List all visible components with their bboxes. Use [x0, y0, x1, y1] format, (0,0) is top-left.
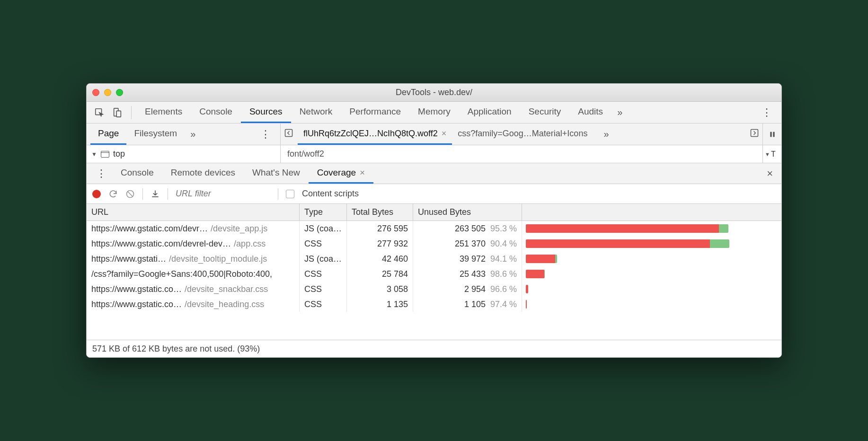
- status-text: 571 KB of 612 KB bytes are not used. (93…: [92, 344, 260, 354]
- header-visualization[interactable]: [522, 204, 781, 220]
- file-tab-label: css?family=Goog…Material+Icons: [458, 129, 587, 139]
- header-url[interactable]: URL: [87, 204, 300, 220]
- tab-audits[interactable]: Audits: [569, 102, 611, 123]
- file-tab[interactable]: flUhRq6tzZclQEJ…NcIhQ8tQ.woff2×: [298, 123, 452, 145]
- row-total-bytes: 277 932: [347, 236, 413, 251]
- row-url-suffix: /devsite_app.js: [211, 224, 267, 234]
- tab-security[interactable]: Security: [520, 102, 570, 123]
- coverage-row[interactable]: https://www.gstatic.co…/devsite_snackbar…: [87, 282, 781, 297]
- coverage-row[interactable]: https://www.gstatic.co…/devsite_heading.…: [87, 297, 781, 312]
- row-url-prefix: https://www.gstati…: [91, 254, 166, 264]
- header-unused[interactable]: Unused Bytes: [413, 204, 522, 220]
- close-tab-icon[interactable]: ×: [442, 129, 447, 139]
- row-usage-bar: [522, 297, 781, 312]
- separator: [278, 188, 278, 200]
- coverage-row[interactable]: https://www.gstatic.com/devrel-dev…/app.…: [87, 236, 781, 251]
- navigator-tab-filesystem[interactable]: Filesystem: [126, 123, 185, 145]
- drawer-tab-remote-devices[interactable]: Remote devices: [162, 163, 244, 184]
- debugger-side-panel[interactable]: ▼ T: [762, 145, 781, 163]
- header-type[interactable]: Type: [300, 204, 347, 220]
- minimize-window-button[interactable]: [104, 89, 111, 96]
- row-url-prefix: /css?family=Google+Sans:400,500|Roboto:4…: [91, 269, 272, 279]
- row-unused-bytes: 25 433: [460, 269, 486, 279]
- coverage-row[interactable]: https://www.gstati…/devsite_tooltip_modu…: [87, 251, 781, 266]
- row-url-suffix: /devsite_heading.css: [185, 300, 264, 309]
- drawer-tab-what-s-new[interactable]: What's New: [244, 163, 309, 184]
- row-unused-bytes: 1 105: [464, 300, 486, 309]
- tree-collapse-icon[interactable]: ▼: [91, 151, 97, 158]
- drawer-tab-coverage[interactable]: Coverage×: [309, 163, 374, 184]
- close-window-button[interactable]: [92, 89, 99, 96]
- nav-back-icon[interactable]: [284, 129, 293, 140]
- row-unused-percent: 96.6 %: [490, 284, 517, 294]
- row-url-prefix: https://www.gstatic.com/devrel-dev…: [91, 239, 231, 249]
- clear-icon[interactable]: [125, 189, 135, 199]
- maximize-window-button[interactable]: [116, 89, 123, 96]
- more-navigator-tabs-icon[interactable]: »: [185, 129, 201, 140]
- row-usage-bar: [522, 266, 781, 282]
- header-total[interactable]: Total Bytes: [347, 204, 413, 220]
- content-scripts-checkbox[interactable]: [286, 190, 294, 198]
- row-unused-percent: 95.3 %: [490, 224, 517, 234]
- nav-forward-icon[interactable]: [750, 129, 759, 140]
- coverage-row[interactable]: /css?family=Google+Sans:400,500|Roboto:4…: [87, 266, 781, 282]
- tab-elements[interactable]: Elements: [136, 102, 191, 123]
- coverage-table-header: URL Type Total Bytes Unused Bytes: [87, 204, 781, 221]
- row-total-bytes: 276 595: [347, 221, 413, 236]
- row-url-suffix: /devsite_snackbar.css: [185, 284, 268, 294]
- drawer-menu-icon[interactable]: ⋮: [90, 168, 112, 180]
- navigator-menu-icon[interactable]: ⋮: [255, 128, 276, 141]
- row-usage-bar: [522, 221, 781, 236]
- reload-icon[interactable]: [108, 189, 118, 199]
- debugger-pause-icon[interactable]: [762, 123, 781, 145]
- row-type: CSS: [300, 236, 347, 251]
- inspect-element-icon[interactable]: [92, 106, 106, 120]
- svg-rect-6: [773, 132, 774, 137]
- tab-console[interactable]: Console: [191, 102, 241, 123]
- svg-rect-3: [285, 130, 292, 137]
- tab-application[interactable]: Application: [459, 102, 520, 123]
- url-filter-input[interactable]: [176, 189, 270, 199]
- content-scripts-label: Content scripts: [302, 189, 359, 199]
- tab-performance[interactable]: Performance: [341, 102, 409, 123]
- open-files-tab-bar: flUhRq6tzZclQEJ…NcIhQ8tQ.woff2×css?famil…: [281, 123, 762, 145]
- coverage-row[interactable]: https://www.gstatic.com/devr…/devsite_ap…: [87, 221, 781, 236]
- record-button[interactable]: [92, 190, 101, 198]
- file-tab-label: flUhRq6tzZclQEJ…NcIhQ8tQ.woff2: [303, 129, 438, 139]
- row-type: CSS: [300, 297, 347, 312]
- sources-content-row: ▼ top font/woff2 ▼ T: [87, 145, 781, 163]
- row-usage-bar: [522, 236, 781, 251]
- devtools-menu-icon[interactable]: ⋮: [756, 106, 778, 119]
- row-total-bytes: 25 784: [347, 266, 413, 282]
- sources-subheader: PageFilesystem » ⋮ flUhRq6tzZclQEJ…NcIhQ…: [87, 123, 781, 145]
- row-unused-percent: 97.4 %: [490, 300, 517, 309]
- row-url-suffix: /app.css: [234, 239, 266, 249]
- tab-memory[interactable]: Memory: [409, 102, 459, 123]
- tab-network[interactable]: Network: [291, 102, 341, 123]
- device-toolbar-icon[interactable]: [110, 106, 124, 120]
- row-unused-percent: 90.4 %: [490, 239, 517, 249]
- table-empty-space: [87, 312, 781, 340]
- separator: [131, 106, 132, 119]
- frame-icon: [101, 151, 109, 158]
- coverage-status-bar: 571 KB of 612 KB bytes are not used. (93…: [87, 340, 781, 357]
- close-drawer-tab-icon[interactable]: ×: [360, 168, 365, 178]
- export-icon[interactable]: [151, 189, 160, 199]
- navigator-tab-page[interactable]: Page: [90, 123, 126, 145]
- row-total-bytes: 1 135: [347, 297, 413, 312]
- svg-rect-2: [116, 111, 121, 117]
- row-unused-bytes: 251 370: [455, 239, 486, 249]
- window-title: DevTools - web.dev/: [92, 88, 776, 97]
- row-type: CSS: [300, 282, 347, 297]
- file-content-type: font/woff2: [281, 145, 762, 163]
- close-drawer-icon[interactable]: ×: [762, 168, 778, 180]
- file-tab[interactable]: css?family=Goog…Material+Icons: [452, 123, 593, 145]
- more-file-tabs-icon[interactable]: »: [598, 129, 614, 140]
- tab-sources[interactable]: Sources: [241, 102, 291, 123]
- more-tabs-icon[interactable]: »: [611, 107, 628, 118]
- drawer-tab-console[interactable]: Console: [112, 163, 162, 184]
- file-tree[interactable]: ▼ top: [87, 145, 281, 163]
- row-type: JS (coa…: [300, 251, 347, 266]
- main-tab-bar: ElementsConsoleSourcesNetworkPerformance…: [87, 102, 781, 123]
- row-usage-bar: [522, 251, 781, 266]
